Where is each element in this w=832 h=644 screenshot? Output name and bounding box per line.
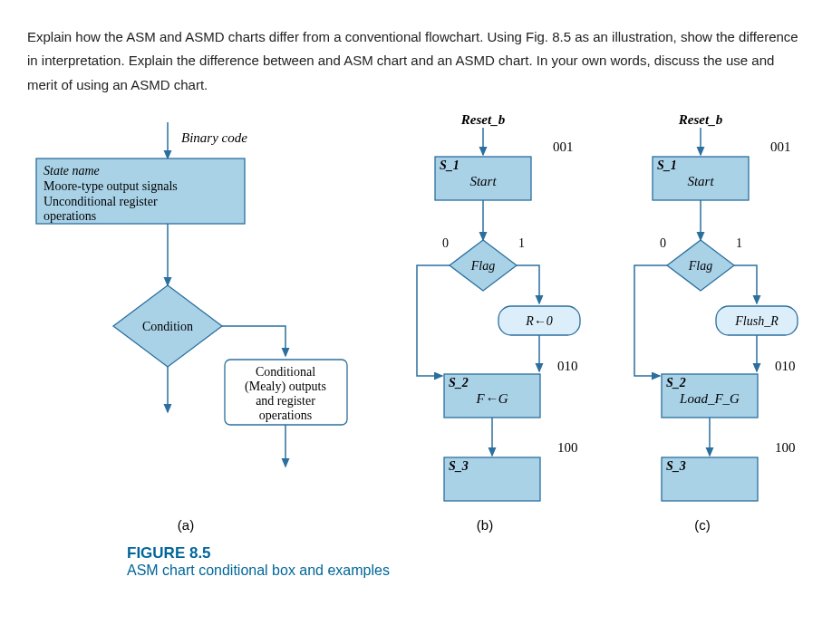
c-s1-name: S_1 [657, 159, 677, 172]
c-s1-label: Start [687, 174, 714, 188]
b-decision: Flag [470, 259, 495, 273]
label-state-name: State name [44, 164, 100, 178]
b-s1-code: 001 [553, 139, 574, 154]
b-s3-name: S_3 [449, 459, 469, 473]
b-dec0: 0 [442, 236, 449, 250]
c-dec1: 1 [736, 236, 742, 250]
b-s2-label: F←G [476, 391, 508, 406]
part-b: Reset_b S_1 Start 001 Flag 0 1 R←0 S_2 F… [417, 113, 580, 501]
part-c: Reset_b S_1 Start 001 Flag 0 1 Flush_R S… [634, 113, 798, 501]
b-s2-name: S_2 [449, 376, 469, 389]
label-cond-l3: and register [256, 394, 315, 408]
caption-b: (b) [477, 517, 493, 533]
label-uncond-l1: Unconditional register [44, 195, 158, 208]
b-s1-label: Start [469, 174, 497, 188]
b-cond: R←0 [525, 314, 553, 328]
c-reset: Reset_b [678, 113, 723, 127]
label-cond-l4: operations [259, 409, 312, 422]
b-s3-code: 100 [557, 440, 578, 455]
label-binary-code: Binary code [181, 130, 247, 145]
label-cond-l1: Conditional [256, 365, 315, 379]
c-s1-code: 001 [770, 139, 791, 154]
c-decision: Flag [688, 259, 712, 273]
b-s1-name: S_1 [440, 159, 460, 172]
c-s2-label: Load_F_G [679, 391, 740, 406]
figure-8-5: Binary code State name Moore-type output… [27, 113, 807, 539]
part-a: Binary code State name Moore-type output… [36, 122, 347, 466]
c-s2-code: 010 [775, 359, 796, 373]
label-moore: Moore-type output signals [44, 179, 178, 193]
c-s2-name: S_2 [666, 376, 686, 389]
label-condition: Condition [142, 320, 193, 333]
c-s3-code: 100 [775, 440, 796, 455]
caption-c: (c) [694, 517, 711, 533]
figure-number: FIGURE 8.5 [127, 544, 805, 562]
b-s2-code: 010 [557, 359, 578, 373]
c-cond: Flush_R [734, 314, 779, 328]
label-uncond-l2: operations [44, 209, 96, 223]
figure-title: ASM chart conditional box and examples [127, 562, 805, 579]
c-s3-name: S_3 [666, 459, 686, 473]
question-text: Explain how the ASM and ASMD charts diff… [27, 25, 805, 97]
b-dec1: 1 [518, 236, 525, 250]
b-reset: Reset_b [460, 113, 506, 127]
c-dec0: 0 [660, 236, 666, 250]
caption-a: (a) [178, 517, 194, 533]
label-cond-l2: (Mealy) outputs [245, 380, 326, 394]
